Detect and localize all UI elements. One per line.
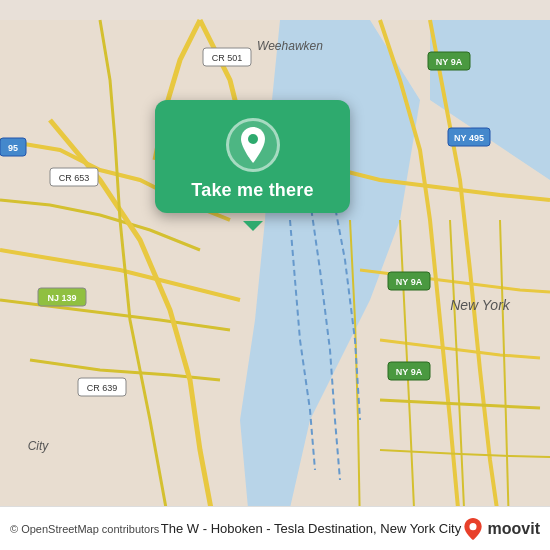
svg-text:NY 495: NY 495 [454, 133, 484, 143]
svg-text:NY 9A: NY 9A [396, 367, 423, 377]
svg-text:CR 639: CR 639 [87, 383, 118, 393]
moovit-text: moovit [488, 520, 540, 538]
bottom-bar: © OpenStreetMap contributors The W - Hob… [0, 506, 550, 550]
location-pin-icon [237, 127, 269, 163]
moovit-pin-icon [462, 518, 484, 540]
popup-icon-wrapper [226, 118, 280, 172]
moovit-logo: moovit [462, 518, 540, 540]
svg-text:City: City [28, 439, 50, 453]
svg-text:NY 9A: NY 9A [436, 57, 463, 67]
map-background: CR 501 CR 653 NJ 139 CR 639 95 NY 9A NY … [0, 0, 550, 550]
svg-point-25 [469, 523, 476, 530]
copyright-text: © OpenStreetMap contributors [10, 523, 161, 535]
svg-text:95: 95 [8, 143, 18, 153]
svg-text:CR 653: CR 653 [59, 173, 90, 183]
svg-text:Weehawken: Weehawken [257, 39, 323, 53]
map-popup[interactable]: Take me there [155, 100, 350, 213]
location-label: The W - Hoboken - Tesla Destination, New… [161, 521, 462, 536]
popup-label: Take me there [191, 180, 313, 201]
svg-text:NY 9A: NY 9A [396, 277, 423, 287]
svg-text:CR 501: CR 501 [212, 53, 243, 63]
svg-text:New York: New York [450, 297, 511, 313]
svg-point-24 [248, 134, 258, 144]
map-container: CR 501 CR 653 NJ 139 CR 639 95 NY 9A NY … [0, 0, 550, 550]
svg-text:NJ 139: NJ 139 [47, 293, 76, 303]
